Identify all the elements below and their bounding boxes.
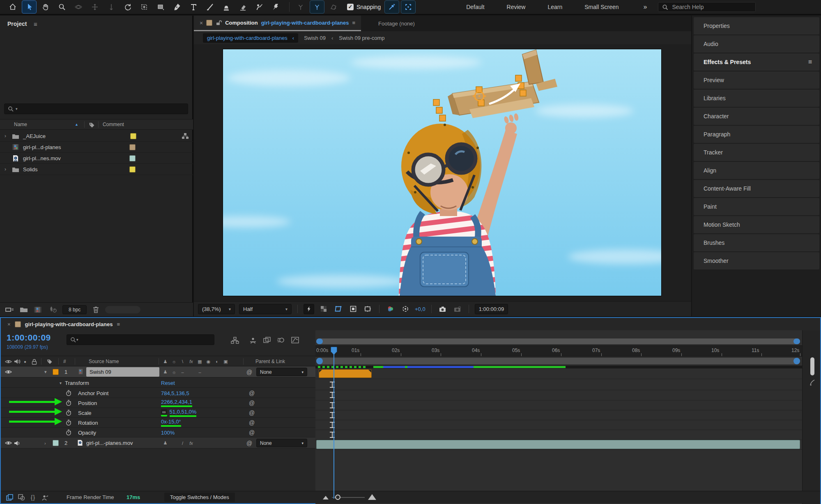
sidebar-item-paint[interactable]: Paint: [694, 198, 819, 215]
playhead-line[interactable]: [333, 347, 334, 499]
pan-camera-tool-icon[interactable]: [88, 1, 102, 13]
opacity-row[interactable]: Opacity 100% @: [1, 428, 315, 437]
panel-menu-icon[interactable]: ≡: [117, 321, 120, 327]
opacity-value[interactable]: 100%: [161, 430, 175, 436]
interpret-footage-icon[interactable]: [5, 306, 14, 313]
motion-blur-switch-icon[interactable]: ◉: [204, 356, 213, 367]
shy-layers-icon[interactable]: [247, 335, 259, 345]
solo-column-icon[interactable]: ●: [24, 356, 26, 367]
stopwatch-icon[interactable]: [66, 400, 71, 406]
scrollbar-left-handle[interactable]: [316, 338, 323, 344]
graph-editor-icon[interactable]: [289, 335, 301, 345]
sidebar-item-smoother[interactable]: Smoother: [694, 252, 819, 269]
sidebar-item-libraries[interactable]: Libraries: [694, 90, 819, 107]
zoom-slider-knob[interactable]: [335, 495, 340, 500]
timeline-search-input[interactable]: ▾: [67, 334, 214, 345]
snap-wireframe-toggle-icon[interactable]: [401, 1, 415, 13]
project-item-solids[interactable]: › Solids: [0, 164, 193, 175]
workspace-learn[interactable]: Learn: [547, 4, 562, 10]
layer-row-footage[interactable]: › 2 girl-pl...-planes.mov ♟ / fx @ None …: [1, 437, 315, 449]
new-folder-icon[interactable]: [20, 306, 28, 313]
anchor-point-row[interactable]: Anchor Point 784,5,136,5 @: [1, 388, 315, 398]
stopwatch-icon[interactable]: [66, 419, 71, 426]
threed-switch-icon[interactable]: ▣: [221, 356, 230, 367]
twirl-open-icon[interactable]: ▾: [44, 366, 47, 377]
snapshot-camera-icon[interactable]: [437, 304, 448, 314]
timeline-tab[interactable]: × girl-playing-with-cardboard-planes ≡: [1, 318, 820, 330]
zoom-tool-icon[interactable]: [55, 1, 69, 13]
project-item-aejuice[interactable]: › _AEJuice: [0, 131, 193, 142]
author-icon[interactable]: [40, 493, 50, 502]
tab-footage[interactable]: Footage (none): [378, 21, 415, 27]
layer-label-swatch-teal[interactable]: [53, 440, 59, 446]
work-area-start-handle[interactable]: [316, 358, 323, 364]
toggle-switches-modes-button[interactable]: Toggle Switches / Modes: [164, 492, 235, 502]
pickwhip-icon[interactable]: @: [249, 398, 255, 408]
composition-image[interactable]: [223, 49, 661, 296]
pen-tool-icon[interactable]: [170, 1, 184, 13]
tab-composition[interactable]: × Composition girl-playing-with-cardboar…: [194, 16, 361, 31]
scale-row[interactable]: Scale ∞ 51,0,51,0% @: [1, 408, 315, 418]
panel-menu-icon[interactable]: ≡: [808, 58, 812, 66]
constrain-proportions-link-icon[interactable]: ∞: [161, 409, 167, 417]
channel-rgb-icon[interactable]: [385, 304, 396, 314]
mask-visibility-icon[interactable]: [348, 304, 359, 314]
new-composition-icon[interactable]: [34, 306, 42, 313]
pickwhip-icon[interactable]: @: [249, 388, 255, 398]
snap-edges-toggle-icon[interactable]: [385, 1, 399, 13]
sidebar-item-brushes[interactable]: Brushes: [694, 234, 819, 251]
breadcrumb-grandparent[interactable]: Swish 09 pre-comp: [339, 35, 384, 41]
shy-switch-icon[interactable]: ♟: [161, 356, 170, 367]
exposure-reset-icon[interactable]: [400, 304, 411, 314]
fast-previews-icon[interactable]: [304, 304, 314, 314]
sidebar-item-audio[interactable]: Audio: [694, 35, 819, 53]
position-value[interactable]: 2266,2,434,1: [161, 399, 192, 407]
scrollbar-right-handle[interactable]: [793, 338, 800, 344]
region-of-interest-icon[interactable]: [333, 304, 344, 314]
eraser-tool-icon[interactable]: [236, 1, 250, 13]
pickwhip-icon[interactable]: @: [249, 428, 255, 437]
sidebar-item-effects-presets[interactable]: Effects & Presets ≡: [694, 53, 819, 71]
frame-blend-switch-icon[interactable]: ▦: [195, 356, 204, 367]
rotation-row[interactable]: Rotation 0x-15,0° @: [1, 418, 315, 428]
index-column-header[interactable]: #: [63, 356, 66, 367]
pickwhip-icon[interactable]: @: [246, 366, 252, 377]
quality-switch-icon[interactable]: \: [178, 356, 187, 367]
frame-blend-footer-icon[interactable]: [16, 493, 26, 502]
motion-blur-icon[interactable]: [275, 335, 287, 345]
collapse-switch-icon[interactable]: ☼: [170, 356, 178, 367]
project-item-footage[interactable]: girl-pl...nes.mov: [0, 153, 193, 164]
hand-tool-icon[interactable]: [39, 1, 53, 13]
stopwatch-icon[interactable]: [66, 410, 71, 416]
parent-dropdown[interactable]: None ▾: [256, 439, 307, 447]
time-ruler[interactable]: 0:00s 01s 02s 03s 04s 05s 06s 07s 08s 09…: [315, 345, 803, 357]
clone-stamp-tool-icon[interactable]: [219, 1, 233, 13]
quill-marker-icon[interactable]: [809, 380, 816, 386]
layer-quality-icon[interactable]: /: [178, 437, 187, 449]
grid-guides-icon[interactable]: [363, 304, 373, 314]
workspace-small-screen[interactable]: Small Screen: [584, 4, 619, 10]
puppet-pin-tool-icon[interactable]: [269, 1, 283, 13]
sidebar-item-motion-sketch[interactable]: Motion Sketch: [694, 216, 819, 233]
work-area-bar[interactable]: [316, 358, 800, 364]
comp-label-swatch[interactable]: [15, 321, 21, 327]
pickwhip-icon[interactable]: @: [249, 418, 255, 428]
layer-row-swish09[interactable]: ▾ 1 Swish 09 ♟ ☼ – – @ None ▾: [1, 366, 315, 377]
timeline-zoom-slider[interactable]: [320, 493, 378, 502]
label-swatch-tan[interactable]: [129, 144, 136, 150]
layer-collapse-icon[interactable]: ☼: [170, 366, 178, 377]
layer-av-feature-icon[interactable]: ♟: [161, 366, 170, 377]
pan-behind-tool-icon[interactable]: [137, 1, 151, 13]
layer-av-feature-icon[interactable]: ♟: [161, 437, 170, 449]
world-axis-mode-icon[interactable]: [310, 1, 324, 13]
close-tab-icon[interactable]: ×: [7, 321, 11, 327]
brackets-icon[interactable]: { }: [28, 493, 38, 502]
magnification-dropdown[interactable]: (38,7%) ▾: [198, 304, 235, 314]
layer-name-footage[interactable]: girl-pl...-planes.mov: [86, 438, 133, 448]
column-name[interactable]: Name: [14, 122, 27, 127]
layer-visibility-eye-icon[interactable]: [5, 366, 12, 377]
breadcrumb-parent[interactable]: Swish 09: [304, 35, 326, 41]
dolly-camera-tool-icon[interactable]: [104, 1, 118, 13]
source-name-column-header[interactable]: Source Name: [89, 356, 119, 367]
vertical-scrollbar-thumb[interactable]: [810, 357, 814, 375]
